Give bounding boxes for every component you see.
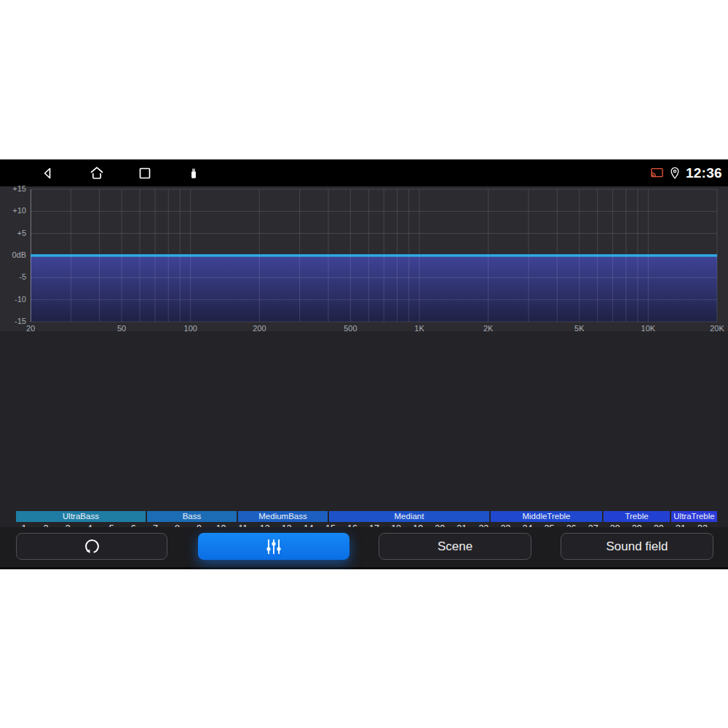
home-icon[interactable] (88, 165, 106, 182)
back-icon[interactable] (39, 165, 57, 182)
eq-response-graph: +15+10+50dB-5-10-15 20501002005001K2K5K1… (0, 186, 728, 331)
y-axis-tick: +15 (0, 184, 26, 193)
sound-field-button-label: Sound field (606, 539, 668, 554)
usb-drive-icon (186, 166, 201, 181)
response-area-fill (31, 257, 717, 322)
equalizer-sliders-icon (264, 537, 283, 556)
recents-icon[interactable] (136, 165, 154, 182)
band-group-mediumbass: MediumBass (238, 511, 328, 522)
y-axis-tick: -5 (0, 272, 26, 281)
clock: 12:36 (686, 165, 722, 181)
sound-field-button[interactable]: Sound field (561, 533, 713, 560)
equalizer-button[interactable] (198, 533, 349, 560)
eq-response-chart (0, 186, 728, 331)
cast-icon (650, 166, 664, 180)
band-group-ultrabass: UltraBass (16, 511, 146, 522)
location-icon (668, 166, 682, 181)
scene-button-label: Scene (438, 539, 472, 554)
band-group-treble: Treble (604, 511, 670, 522)
band-group-mediant: Mediant (329, 511, 489, 522)
band-group-bass: Bass (147, 511, 237, 522)
reset-circular-arrow-icon (82, 537, 102, 556)
page: 12:36 +15+10+50dB-5-10-15 20501002005001… (0, 0, 728, 728)
band-group-ultratreble: UltraTreble (671, 511, 717, 522)
band-group-middletreble: MiddleTreble (491, 511, 602, 522)
y-axis-tick: +5 (0, 229, 26, 237)
y-axis-tick: 0dB (0, 250, 26, 259)
scene-button[interactable]: Scene (379, 533, 531, 560)
status-bar: 12:36 (0, 159, 728, 186)
car-stereo-screen: 12:36 +15+10+50dB-5-10-15 20501002005001… (0, 159, 728, 569)
y-axis-tick: +10 (0, 206, 26, 215)
y-axis-tick: -10 (0, 295, 26, 304)
reset-button[interactable] (16, 533, 167, 560)
